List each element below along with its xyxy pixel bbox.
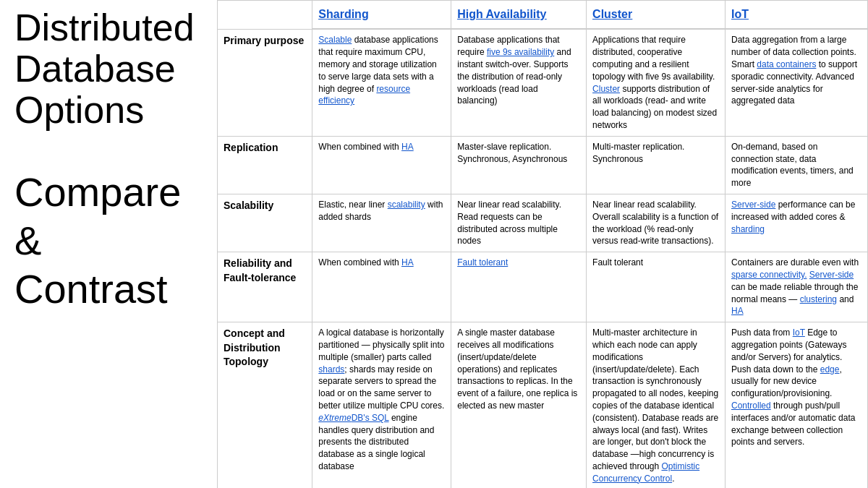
iot-header: IoT — [725, 1, 867, 30]
reliability-iot: Containers are durable even with sparse … — [725, 252, 867, 322]
ha-header: High Availability — [451, 1, 587, 30]
ha-link-rel[interactable]: HA — [401, 257, 414, 267]
empty-header — [218, 1, 312, 30]
side-title: Compare & Contrast — [14, 168, 203, 314]
primary-purpose-cluster: Applications that require distributed, c… — [587, 29, 726, 136]
shards-link[interactable]: shards — [318, 364, 344, 374]
scalability-header: Scalability — [218, 194, 312, 252]
scalability-cluster: Near linear read scalability. Overall sc… — [587, 194, 726, 252]
compare-line: Compare — [14, 168, 203, 216]
clustering-link[interactable]: clustering — [800, 294, 837, 304]
reliability-sharding: When combined with HA — [312, 252, 451, 322]
server-side-link[interactable]: Server-side — [731, 200, 775, 210]
primary-purpose-header: Primary purpose — [218, 29, 312, 136]
sharding-link[interactable]: Sharding — [318, 8, 368, 20]
replication-header: Replication — [218, 136, 312, 194]
replication-cluster: Multi-master replication. Synchronous — [587, 136, 726, 194]
scalability-sharding: Elastic, near liner scalability with add… — [312, 194, 451, 252]
cluster-text-link[interactable]: Cluster — [592, 84, 620, 94]
primary-purpose-row: Primary purpose Scalable database applic… — [218, 29, 868, 136]
primary-purpose-iot: Data aggregation from a large number of … — [725, 29, 867, 136]
page-container: Distributed Database Options Compare & C… — [0, 0, 868, 488]
ha-rel-link[interactable]: HA — [731, 306, 744, 316]
column-header-row: Sharding High Availability Cluster IoT — [218, 1, 868, 30]
data-containers-link[interactable]: data containers — [757, 59, 816, 69]
ha-link-rep[interactable]: HA — [401, 142, 414, 152]
contrast-line: Contrast — [14, 265, 203, 313]
sharding-header: Sharding — [312, 1, 451, 30]
replication-iot: On-demand, based on connection state, da… — [725, 136, 867, 194]
reliability-header: Reliability and Fault-tolerance — [218, 252, 312, 322]
iot-link[interactable]: IoT — [731, 8, 749, 20]
occ-link[interactable]: Optimistic Concurrency Control — [592, 461, 699, 484]
five9s-link[interactable]: five 9s availability — [487, 47, 554, 57]
ampersand-line: & — [14, 216, 203, 265]
scalability-row: Scalability Elastic, near liner scalabil… — [218, 194, 868, 252]
cluster-header: Cluster — [587, 1, 726, 30]
concept-header: Concept and Distribution Topology — [218, 322, 312, 488]
reliability-row: Reliability and Fault-tolerance When com… — [218, 252, 868, 322]
cluster-link[interactable]: Cluster — [592, 8, 632, 20]
primary-purpose-ha: Database applications that require five … — [451, 29, 587, 136]
main-title: Distributed Database Options — [14, 7, 203, 132]
sharding-link-sc[interactable]: sharding — [731, 224, 765, 234]
concept-cluster: Multi-master architecture in which each … — [587, 322, 726, 488]
left-panel: Distributed Database Options Compare & C… — [0, 0, 217, 488]
ha-link[interactable]: High Availability — [457, 8, 546, 20]
server-side-rel-link[interactable]: Server-side — [809, 270, 854, 280]
reliability-cluster: Fault tolerant — [587, 252, 726, 322]
comparison-table: Sharding High Availability Cluster IoT — [217, 0, 868, 488]
scalable-link[interactable]: Scalable — [318, 35, 352, 45]
scalability-ha: Near linear read scalability. Read reque… — [451, 194, 587, 252]
extremedb-link[interactable]: eXtremeDB's SQL — [318, 413, 388, 423]
iot-edge-link[interactable]: IoT — [793, 328, 805, 338]
primary-purpose-sharding: Scalable database applications that requ… — [312, 29, 451, 136]
replication-sharding: When combined with HA — [312, 136, 451, 194]
reliability-ha: Fault tolerant — [451, 252, 587, 322]
replication-ha: Master-slave replication. Synchronous, A… — [451, 136, 587, 194]
concept-ha: A single master database receives all mo… — [451, 322, 587, 488]
sparse-link[interactable]: sparse connectivity. — [731, 270, 807, 280]
concept-iot: Push data from IoT Edge to aggregation p… — [725, 322, 867, 488]
replication-row: Replication When combined with HA Master… — [218, 136, 868, 194]
resource-efficiency-link[interactable]: resource efficiency — [318, 84, 410, 106]
scalability-iot: Server-side performance can be increased… — [725, 194, 867, 252]
right-panel: Sharding High Availability Cluster IoT — [217, 0, 868, 488]
concept-sharding: A logical database is horizontally parti… — [312, 322, 451, 488]
fault-tolerant-link[interactable]: Fault tolerant — [457, 257, 508, 267]
controlled-link[interactable]: Controlled — [731, 401, 771, 411]
concept-row: Concept and Distribution Topology A logi… — [218, 322, 868, 488]
edge-link[interactable]: edge — [820, 364, 840, 374]
scalability-link-text[interactable]: scalability — [388, 200, 425, 210]
